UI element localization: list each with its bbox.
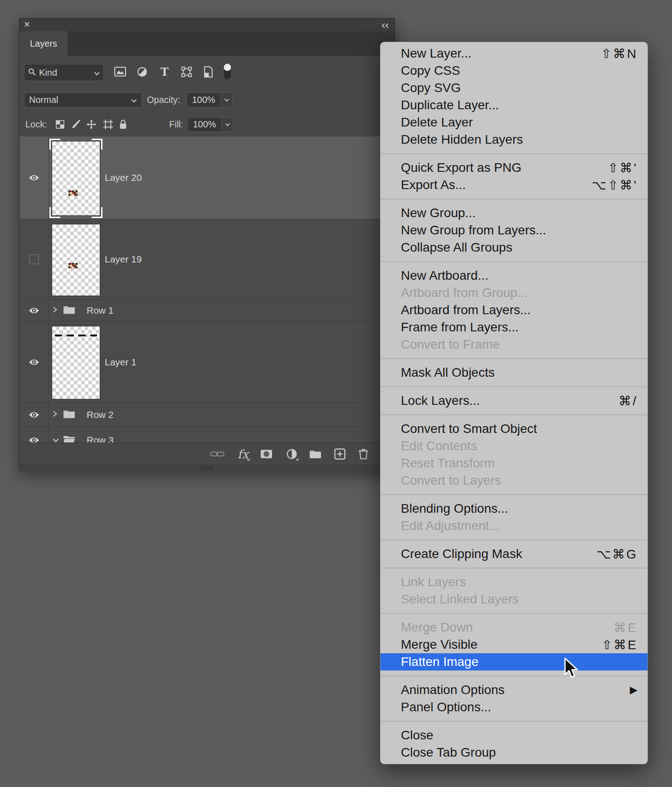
visibility-eye-icon[interactable] xyxy=(19,300,49,321)
visibility-hidden-box[interactable] xyxy=(19,219,49,299)
new-group-icon[interactable] xyxy=(305,443,325,465)
menu-item-delete-layer[interactable]: Delete Layer xyxy=(380,114,648,131)
link-layers-icon[interactable] xyxy=(207,443,227,465)
layer-row-layer-1[interactable]: Layer 1 xyxy=(19,321,394,403)
menu-item-label: Mask All Objects xyxy=(401,365,638,380)
layer-effects-icon[interactable]: fx xyxy=(233,443,253,465)
menu-item-animation-options[interactable]: Animation Options▶ xyxy=(380,681,648,699)
visibility-eye-icon[interactable] xyxy=(19,427,49,442)
layer-name[interactable]: Row 3 xyxy=(87,435,114,443)
menu-item-blending-options[interactable]: Blending Options... xyxy=(380,500,648,517)
lock-artboard-icon[interactable] xyxy=(100,112,116,136)
menu-separator xyxy=(380,721,648,722)
menu-item-duplicate-layer[interactable]: Duplicate Layer... xyxy=(380,97,648,114)
filter-kind-dropdown[interactable]: Kind xyxy=(24,64,104,81)
menu-item-artboard-from-layers[interactable]: Artboard from Layers... xyxy=(380,301,648,319)
menu-item-label: New Artboard... xyxy=(401,268,638,283)
selection-bracket xyxy=(49,139,60,150)
fill-input[interactable]: 100% xyxy=(187,117,222,132)
menu-separator xyxy=(380,539,648,540)
menu-item-collapse-all-groups[interactable]: Collapse All Groups xyxy=(380,239,648,256)
menu-item-new-artboard[interactable]: New Artboard... xyxy=(380,267,648,284)
layer-thumbnail[interactable] xyxy=(52,224,100,296)
visibility-eye-icon[interactable] xyxy=(19,321,49,403)
opacity-input[interactable]: 100% xyxy=(186,92,221,107)
chevron-down-icon xyxy=(131,95,137,105)
layer-mask-icon[interactable] xyxy=(256,443,276,465)
menu-item-label: Merge Down xyxy=(401,620,614,635)
menu-item-close[interactable]: Close xyxy=(380,727,648,744)
menu-item-shortcut: ⇧⌘' xyxy=(608,160,638,175)
adjustment-filter-icon[interactable] xyxy=(133,56,151,87)
menu-item-label: New Layer... xyxy=(401,46,601,61)
blend-mode-dropdown[interactable]: Normal xyxy=(24,92,142,107)
menu-item-quick-export-as-png[interactable]: Quick Export as PNG⇧⌘' xyxy=(380,159,648,176)
menu-item-new-group-from-layers[interactable]: New Group from Layers... xyxy=(380,222,648,239)
menu-item-label: Delete Layer xyxy=(401,115,638,130)
menu-item-convert-to-smart-object[interactable]: Convert to Smart Object xyxy=(380,420,648,437)
menu-item-label: Flatten Image xyxy=(401,655,638,669)
menu-item-label: Animation Options xyxy=(401,683,630,697)
delete-layer-icon[interactable] xyxy=(353,443,373,465)
filter-toggle[interactable] xyxy=(218,56,236,87)
menu-item-copy-css[interactable]: Copy CSS xyxy=(380,62,648,79)
visibility-eye-icon[interactable] xyxy=(19,403,49,426)
adjustment-layer-icon[interactable] xyxy=(282,443,302,465)
group-row-row-1[interactable]: Row 1 xyxy=(19,300,394,321)
opacity-dropdown-chevron[interactable] xyxy=(221,92,233,107)
layer-filter-bar: Kind T xyxy=(19,56,394,88)
menu-item-shortcut: ⌘/ xyxy=(618,394,638,408)
fill-dropdown-chevron[interactable] xyxy=(222,117,234,132)
menu-item-export-as[interactable]: Export As...⌥⇧⌘' xyxy=(380,176,648,194)
layer-name[interactable]: Row 1 xyxy=(87,305,114,316)
layer-row-layer-20[interactable]: Layer 20 xyxy=(19,136,394,219)
visibility-eye-icon[interactable] xyxy=(19,136,49,219)
menu-item-flatten-image[interactable]: Flatten Image xyxy=(380,653,648,670)
layer-name[interactable]: Layer 19 xyxy=(105,254,142,265)
menu-item-frame-from-layers[interactable]: Frame from Layers... xyxy=(380,319,648,336)
panel-resize-handle[interactable] xyxy=(19,465,394,471)
panel-title-bar[interactable] xyxy=(19,19,394,32)
menu-item-shortcut: ⌥⌘G xyxy=(596,547,638,562)
menu-separator xyxy=(380,675,648,676)
group-row-row-3[interactable]: Row 3 xyxy=(19,427,394,442)
menu-item-close-tab-group[interactable]: Close Tab Group xyxy=(380,744,648,761)
group-row-row-2[interactable]: Row 2 xyxy=(19,403,394,427)
menu-item-merge-visible[interactable]: Merge Visible⇧⌘E xyxy=(380,636,648,653)
lock-paint-icon[interactable] xyxy=(68,112,83,136)
menu-item-new-layer[interactable]: New Layer...⇧⌘N xyxy=(380,45,648,62)
menu-separator xyxy=(380,358,648,359)
smart-object-filter-icon[interactable] xyxy=(199,56,217,87)
layer-thumbnail[interactable] xyxy=(52,141,100,216)
layer-name[interactable]: Layer 1 xyxy=(105,357,136,368)
lock-move-icon[interactable] xyxy=(83,112,99,136)
menu-item-new-group[interactable]: New Group... xyxy=(380,204,648,222)
menu-item-shortcut: ⇧⌘E xyxy=(602,637,638,652)
thumbnail-artwork xyxy=(68,190,70,192)
menu-item-label: Artboard from Layers... xyxy=(401,303,638,317)
layer-thumbnail[interactable] xyxy=(52,326,100,399)
tab-layers[interactable]: Layers xyxy=(19,31,68,56)
menu-item-mask-all-objects[interactable]: Mask All Objects xyxy=(380,364,648,381)
chevron-down-icon[interactable] xyxy=(50,437,59,443)
lock-all-icon[interactable] xyxy=(115,112,131,136)
menu-item-artboard-from-group: Artboard from Group... xyxy=(380,284,648,301)
menu-item-delete-hidden-layers[interactable]: Delete Hidden Layers xyxy=(380,131,648,148)
menu-item-label: Delete Hidden Layers xyxy=(401,132,638,147)
lock-transparency-icon[interactable] xyxy=(52,112,68,136)
close-icon[interactable] xyxy=(24,21,30,28)
chevron-right-icon[interactable] xyxy=(52,410,58,419)
layer-name[interactable]: Layer 20 xyxy=(105,172,142,183)
chevron-right-icon[interactable] xyxy=(52,306,58,315)
menu-item-create-clipping-mask[interactable]: Create Clipping Mask⌥⌘G xyxy=(380,545,648,563)
layer-name[interactable]: Row 2 xyxy=(87,409,114,420)
type-filter-icon[interactable]: T xyxy=(156,56,174,87)
layer-row-layer-19[interactable]: Layer 19 xyxy=(19,219,394,300)
pixel-layers-filter-icon[interactable] xyxy=(111,56,129,87)
menu-item-lock-layers[interactable]: Lock Layers...⌘/ xyxy=(380,392,648,409)
new-layer-icon[interactable] xyxy=(330,443,350,465)
menu-item-copy-svg[interactable]: Copy SVG xyxy=(380,79,648,97)
collapse-panel-icon[interactable] xyxy=(381,22,389,30)
shape-filter-icon[interactable] xyxy=(177,56,195,87)
menu-item-panel-options[interactable]: Panel Options... xyxy=(380,699,648,716)
